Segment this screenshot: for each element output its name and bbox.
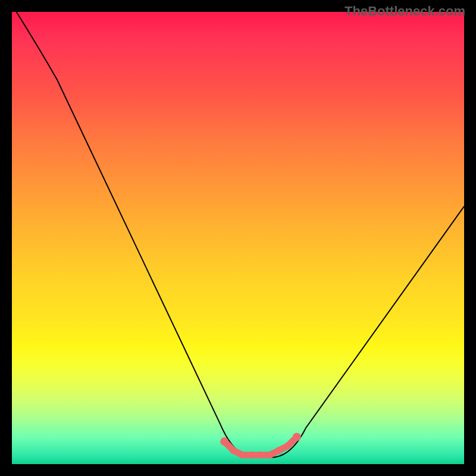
curve-line bbox=[17, 12, 464, 458]
marker-point bbox=[284, 443, 292, 450]
marker-point bbox=[230, 447, 237, 454]
marker-point bbox=[239, 452, 246, 459]
marker-point bbox=[257, 452, 264, 459]
marker-point bbox=[275, 447, 282, 454]
marker-point bbox=[266, 452, 273, 459]
marker-point bbox=[248, 452, 255, 459]
bottleneck-chart bbox=[12, 12, 464, 464]
marker-point bbox=[220, 437, 228, 446]
highlight-markers bbox=[220, 433, 301, 458]
watermark-text: TheBottleneck.com bbox=[345, 4, 465, 19]
marker-point bbox=[293, 433, 301, 441]
